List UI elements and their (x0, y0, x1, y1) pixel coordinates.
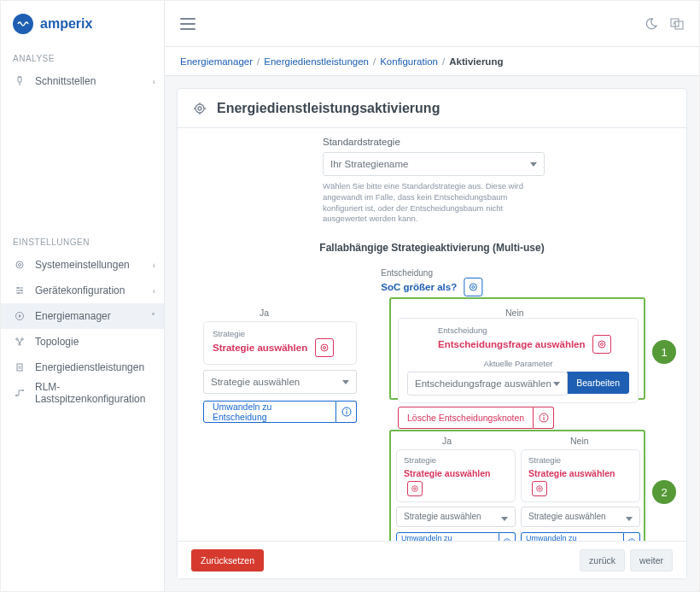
svg-point-35 (323, 347, 325, 349)
svg-point-14 (21, 338, 23, 340)
standard-strategy-select[interactable]: Ihr Strategiename (323, 152, 545, 176)
sidebar-item-energiemanager[interactable]: Energiemanager ˅ (1, 303, 164, 329)
sidebar-item-systemeinstellungen[interactable]: Systemeinstellungen ‹ (1, 252, 164, 278)
nav-section-einstellungen: EINSTELLUNGEN (1, 231, 164, 252)
strategy-config-button[interactable] (315, 338, 334, 357)
decision-root: Entscheidung SoC größer als? (381, 268, 482, 296)
theme-toggle-icon[interactable] (645, 17, 658, 31)
strategy-config-button[interactable] (407, 481, 423, 496)
route-icon (13, 386, 26, 400)
edit-button[interactable]: Bearbeiten (567, 372, 629, 394)
nav-section-analyse: ANALYSE (1, 47, 164, 68)
decision-pick-text: Entscheidungsfrage auswählen (438, 339, 586, 349)
sidebar-item-rlm[interactable]: RLM-Lastspitzenkonfiguration (1, 380, 164, 406)
strategy-panel-yes: Strategie Strategie auswählen (203, 321, 357, 365)
decision-panel-no: Entscheidung Entscheidungsfrage auswähle… (398, 318, 639, 403)
cog-play-icon (13, 309, 26, 323)
svg-point-15 (19, 343, 20, 345)
decision-label: Entscheidung (381, 268, 482, 278)
svg-point-27 (198, 107, 201, 110)
help-text: Wählen Sie bitte eine Standardstrategie … (323, 181, 545, 225)
breadcrumb: Energiemanager / Energiedienstleistungen… (165, 47, 699, 76)
gear-icon (193, 102, 207, 115)
svg-point-34 (321, 344, 328, 351)
branch-no-label: Nein (570, 436, 589, 446)
svg-point-50 (539, 488, 541, 490)
breadcrumb-link[interactable]: Energiemanager (180, 56, 253, 67)
svg-point-13 (16, 338, 18, 340)
svg-point-45 (414, 488, 417, 490)
nodes-icon (13, 335, 26, 349)
sliders-icon (13, 284, 26, 297)
current-params-label: Aktuelle Parameter (407, 359, 629, 368)
strategy-caption: Strategie (528, 455, 633, 465)
sidebar-item-label: Systemeinstellungen (35, 259, 153, 271)
strategy-pick-text: Strategie auswählen (528, 468, 615, 478)
activation-card: Energiedienstleistungsaktivierung Standa… (177, 88, 687, 579)
annotation-badge-1: 1 (652, 340, 676, 364)
subsection-title: Fallabhängige Strategieaktivierung (Mult… (195, 242, 669, 254)
svg-line-16 (18, 340, 20, 343)
decision-question-select[interactable]: Entscheidungsfrage auswählen (407, 372, 568, 396)
info-icon[interactable] (336, 401, 357, 423)
sidebar-item-label: RLM-Lastspitzenkonfiguration (35, 381, 155, 405)
chevron-down-icon: ˅ (151, 312, 155, 321)
sidebar-item-topologie[interactable]: Topologie (1, 329, 164, 355)
sidebar-item-schnittstellen[interactable]: Schnittstellen ‹ (1, 68, 164, 94)
svg-point-49 (537, 485, 543, 491)
brand: amperix (1, 1, 164, 47)
svg-point-38 (346, 409, 347, 410)
sidebar: amperix ANALYSE Schnittstellen ‹ EINSTEL… (1, 1, 165, 591)
decision-config-button[interactable] (592, 335, 611, 354)
brand-logo-icon (13, 14, 33, 34)
sidebar-item-energiedienstleistungen[interactable]: Energiedienstleistungen (1, 355, 164, 380)
strategy-select[interactable]: Strategie auswählen (396, 507, 516, 527)
back-button[interactable]: zurück (580, 549, 625, 571)
strategy-panel-yes-2: Strategie Strategie auswählen (396, 449, 516, 502)
svg-point-39 (598, 341, 605, 348)
svg-point-43 (543, 415, 544, 416)
svg-point-9 (17, 287, 19, 289)
page-title: Energiedienstleistungsaktivierung (217, 101, 440, 116)
sidebar-item-geraetekonfiguration[interactable]: Gerätekonfiguration ‹ (1, 278, 164, 303)
strategy-select[interactable]: Strategie auswählen (203, 370, 357, 394)
svg-rect-18 (17, 364, 22, 371)
strategy-caption: Strategie (404, 455, 508, 465)
decision-question: SoC größer als? (381, 282, 457, 292)
plug-icon (13, 74, 26, 88)
svg-point-40 (601, 343, 604, 346)
breadcrumb-sep: / (257, 56, 260, 67)
svg-point-26 (195, 104, 204, 113)
breadcrumb-link[interactable]: Konfiguration (380, 56, 438, 67)
svg-point-44 (412, 485, 418, 491)
language-icon[interactable]: A (670, 17, 684, 31)
svg-line-17 (20, 340, 21, 343)
decision-config-button[interactable] (464, 278, 483, 296)
chevron-left-icon: ‹ (153, 261, 155, 270)
convert-to-decision-button[interactable]: Umwandeln zu Entscheidung (203, 401, 336, 423)
svg-point-4 (16, 261, 23, 268)
card-footer: Zurücksetzen zurück weiter (178, 541, 686, 578)
svg-point-22 (22, 390, 24, 391)
svg-text:A: A (673, 21, 676, 26)
brand-name: amperix (40, 16, 92, 32)
strategy-config-button[interactable] (532, 481, 547, 496)
next-button[interactable]: weiter (630, 549, 673, 571)
content-area: Energiedienstleistungsaktivierung Standa… (165, 76, 699, 591)
chevron-left-icon: ‹ (153, 286, 155, 296)
document-icon (13, 360, 26, 374)
info-icon[interactable] (534, 407, 554, 429)
sidebar-item-label: Energiemanager (35, 310, 151, 322)
chevron-left-icon: ‹ (153, 77, 155, 86)
menu-toggle-icon[interactable] (180, 18, 195, 30)
svg-point-21 (15, 395, 17, 396)
svg-point-33 (472, 286, 475, 289)
breadcrumb-link[interactable]: Energiedienstleistungen (264, 56, 369, 67)
strategy-pick-text: Strategie auswählen (404, 468, 491, 478)
strategy-select[interactable]: Strategie auswählen (521, 507, 640, 527)
branch-yes-label: Ja (442, 436, 452, 446)
svg-point-5 (19, 264, 21, 267)
standard-strategy-label: Standardstrategie (323, 137, 545, 147)
reset-button[interactable]: Zurücksetzen (191, 549, 264, 571)
delete-decision-button[interactable]: Lösche Entscheidungsknoten (398, 407, 534, 429)
